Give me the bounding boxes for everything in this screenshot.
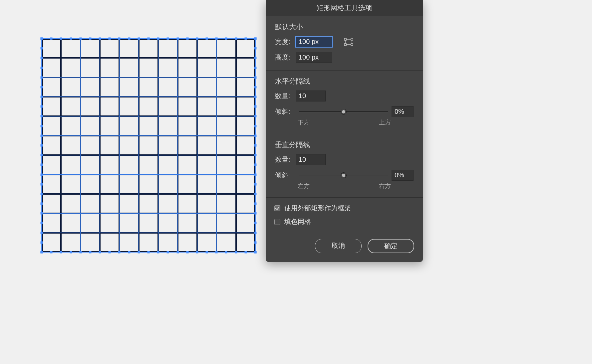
hcount-row: 数量: <box>275 91 414 101</box>
default-size-section: 默认大小 宽度: 高度: <box>266 16 423 71</box>
vcount-input[interactable] <box>296 154 326 165</box>
svg-rect-2 <box>344 44 346 46</box>
reference-point-icon[interactable] <box>344 38 354 46</box>
fill-grid-row[interactable]: 填色网格 <box>274 217 414 226</box>
height-label: 高度: <box>275 53 296 62</box>
vskew-left-label: 左方 <box>298 182 310 190</box>
hcount-label: 数量: <box>275 91 296 100</box>
horizontal-dividers-heading: 水平分隔线 <box>275 77 414 86</box>
rectangular-grid-tool-options-dialog: 矩形网格工具选项 默认大小 宽度: 高度: <box>266 0 423 262</box>
svg-rect-0 <box>344 38 346 40</box>
checkbox-use-outside-rect[interactable] <box>274 205 280 211</box>
ok-button[interactable]: 确定 <box>368 239 414 253</box>
vskew-value-input[interactable] <box>392 170 414 181</box>
checkbox-fill-grid[interactable] <box>274 219 280 225</box>
dialog-buttons: 取消 确定 <box>266 234 423 262</box>
horizontal-dividers-section: 水平分隔线 数量: 倾斜: 下方 上方 <box>266 71 423 134</box>
options-checkboxes: 使用外部矩形作为框架 填色网格 <box>266 198 423 234</box>
vertical-dividers-heading: 垂直分隔线 <box>275 140 414 149</box>
vskew-slider[interactable] <box>299 171 388 179</box>
dialog-title: 矩形网格工具选项 <box>266 0 423 16</box>
vskew-bounds: 左方 右方 <box>298 182 391 190</box>
vskew-row: 倾斜: <box>275 170 414 181</box>
hskew-slider[interactable] <box>299 108 388 116</box>
use-outside-rect-row[interactable]: 使用外部矩形作为框架 <box>274 204 414 213</box>
hcount-input[interactable] <box>296 91 326 101</box>
default-size-heading: 默认大小 <box>275 22 414 32</box>
fill-grid-label: 填色网格 <box>284 217 311 226</box>
height-row: 高度: <box>275 52 414 63</box>
hskew-bounds: 下方 上方 <box>298 118 391 126</box>
cancel-button[interactable]: 取消 <box>315 239 362 253</box>
width-label: 宽度: <box>275 37 296 46</box>
slider-thumb[interactable] <box>341 109 347 115</box>
width-input[interactable] <box>296 36 332 47</box>
hskew-right-label: 上方 <box>379 118 391 126</box>
use-outside-rect-label: 使用外部矩形作为框架 <box>284 204 351 213</box>
vcount-row: 数量: <box>275 154 414 165</box>
hskew-label: 倾斜: <box>275 107 296 116</box>
height-input[interactable] <box>296 52 332 63</box>
slider-thumb[interactable] <box>341 172 347 178</box>
hskew-left-label: 下方 <box>298 118 310 126</box>
hskew-row: 倾斜: <box>275 106 414 117</box>
vskew-right-label: 右方 <box>379 182 391 190</box>
rectangular-grid-artwork[interactable] <box>42 39 255 252</box>
canvas-area <box>42 39 255 252</box>
width-row: 宽度: <box>275 36 414 47</box>
hskew-value-input[interactable] <box>392 106 414 117</box>
vertical-dividers-section: 垂直分隔线 数量: 倾斜: 左方 右方 <box>266 134 423 198</box>
vcount-label: 数量: <box>275 155 296 164</box>
svg-rect-3 <box>351 44 353 46</box>
svg-rect-1 <box>351 38 353 40</box>
vskew-label: 倾斜: <box>275 171 296 180</box>
